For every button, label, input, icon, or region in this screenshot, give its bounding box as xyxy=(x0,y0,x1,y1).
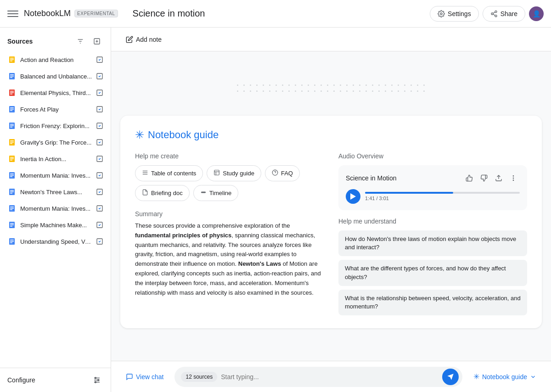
svg-rect-64 xyxy=(10,224,14,225)
chat-input[interactable] xyxy=(221,373,439,381)
check-icon xyxy=(96,89,103,96)
dot xyxy=(301,90,303,92)
create-btn-table-of-contents[interactable]: Table of contents xyxy=(135,165,203,181)
audio-overview-label: Audio Overview xyxy=(338,152,527,160)
svg-point-3 xyxy=(495,15,497,17)
source-name: Momentum Mania: Inves... xyxy=(20,205,92,212)
create-btn-icon-study-guide xyxy=(214,169,220,177)
main-layout: Sources Action and Reaction xyxy=(0,28,551,392)
settings-label: Settings xyxy=(448,10,471,17)
sliders-icon xyxy=(93,376,101,384)
topbar: NotebookLM EXPERIMENTAL Science in motio… xyxy=(0,0,551,28)
avatar[interactable]: 👤 xyxy=(529,6,544,21)
sources-title: Sources xyxy=(7,38,33,45)
source-item[interactable]: Understanding Speed, Ve... xyxy=(4,233,107,250)
thumbs-up-button[interactable] xyxy=(463,172,476,185)
create-btn-label-briefing-doc: Briefing doc xyxy=(151,190,183,196)
source-name: Forces At Play xyxy=(20,106,92,113)
dot xyxy=(276,84,277,86)
configure-row: Configure xyxy=(7,374,103,386)
dot xyxy=(410,84,412,86)
svg-point-93 xyxy=(513,180,513,180)
svg-rect-29 xyxy=(10,109,14,110)
svg-point-91 xyxy=(513,176,513,176)
source-item[interactable]: Simple Machines Make... xyxy=(4,217,107,233)
source-item[interactable]: Action and Reaction xyxy=(4,51,107,68)
dot xyxy=(391,84,393,86)
add-source-button[interactable] xyxy=(90,35,103,48)
source-item[interactable]: Friction Frenzy: Explorin... xyxy=(4,118,107,134)
create-btn-faq[interactable]: FAQ xyxy=(265,165,300,181)
notebook-title: Science in motion xyxy=(133,8,430,19)
dot xyxy=(372,84,373,86)
question-chip-2[interactable]: What is the relationship between speed, … xyxy=(338,290,527,315)
svg-point-92 xyxy=(513,178,513,178)
more-icon xyxy=(510,174,517,182)
play-button[interactable] xyxy=(346,189,360,204)
more-options-button[interactable] xyxy=(507,172,520,185)
add-note-label: Add note xyxy=(136,36,162,43)
add-icon xyxy=(93,38,101,45)
create-btn-briefing-doc[interactable]: Briefing doc xyxy=(135,185,190,201)
dot xyxy=(288,90,290,92)
add-note-button[interactable]: Add note xyxy=(120,33,167,46)
dot xyxy=(269,84,270,86)
topbar-actions: Settings Share 👤 xyxy=(430,6,544,22)
dot xyxy=(243,90,245,92)
dot xyxy=(320,84,322,86)
share-button[interactable]: Share xyxy=(483,6,525,22)
svg-rect-68 xyxy=(10,240,14,241)
svg-rect-34 xyxy=(10,125,14,126)
question-chip-1[interactable]: What are the different types of forces, … xyxy=(338,260,527,286)
menu-icon[interactable] xyxy=(7,8,18,19)
share-audio-button[interactable] xyxy=(492,172,505,185)
create-btn-timeline[interactable]: Timeline xyxy=(193,185,239,201)
sources-badge[interactable]: 12 sources xyxy=(181,372,217,382)
create-btn-label-table-of-contents: Table of contents xyxy=(151,170,196,177)
svg-rect-35 xyxy=(10,127,12,128)
chat-input-area: 12 sources xyxy=(174,367,462,387)
check-icon xyxy=(96,155,103,162)
source-icon xyxy=(7,88,17,97)
dot xyxy=(398,84,399,86)
dot xyxy=(237,90,238,92)
filter-button[interactable] xyxy=(74,35,87,48)
settings-button[interactable]: Settings xyxy=(430,6,479,22)
create-btn-study-guide[interactable]: Study guide xyxy=(207,165,261,181)
source-item[interactable]: Inertia In Action... xyxy=(4,151,107,167)
source-item[interactable]: Momentum Mania: Inves... xyxy=(4,200,107,217)
svg-point-89 xyxy=(204,192,205,193)
summary-bold-2: Newton's Laws xyxy=(238,260,281,267)
svg-rect-48 xyxy=(10,174,14,174)
app-logo: NotebookLM xyxy=(24,9,71,18)
progress-time: 1:41 / 3:01 xyxy=(365,196,520,201)
source-item[interactable]: Gravity's Grip: The Force... xyxy=(4,134,107,151)
source-icon xyxy=(7,220,17,230)
check-icon xyxy=(96,106,103,113)
doc-icon xyxy=(9,122,15,129)
svg-point-87 xyxy=(202,192,202,193)
dot xyxy=(378,90,380,92)
view-chat-button[interactable]: View chat xyxy=(120,370,169,384)
source-item[interactable]: Momentum Mania: Inves... xyxy=(4,167,107,184)
thumbs-down-button[interactable] xyxy=(478,172,490,185)
doc-icon xyxy=(9,106,15,113)
source-name: Inertia In Action... xyxy=(20,156,92,162)
source-item[interactable]: Balanced and Unbalance... xyxy=(4,68,107,84)
svg-rect-63 xyxy=(10,223,14,224)
source-item[interactable]: Elemental Physics, Third... xyxy=(4,84,107,101)
thumbs-up-icon xyxy=(466,174,473,182)
configure-button[interactable] xyxy=(90,374,103,386)
source-item[interactable]: Newton's Three Laws... xyxy=(4,184,107,200)
svg-rect-54 xyxy=(10,191,14,192)
dot xyxy=(417,90,418,92)
dots-grid xyxy=(235,82,427,94)
question-chip-0[interactable]: How do Newton's three laws of motion exp… xyxy=(338,230,527,256)
notebook-guide-tab[interactable]: ✳ Notebook guide xyxy=(468,369,542,385)
send-button[interactable] xyxy=(442,369,459,385)
note-icon xyxy=(126,36,133,43)
svg-rect-69 xyxy=(10,241,14,242)
source-item[interactable]: Forces At Play xyxy=(4,101,107,118)
source-name: Action and Reaction xyxy=(20,56,92,63)
dot xyxy=(256,90,258,92)
